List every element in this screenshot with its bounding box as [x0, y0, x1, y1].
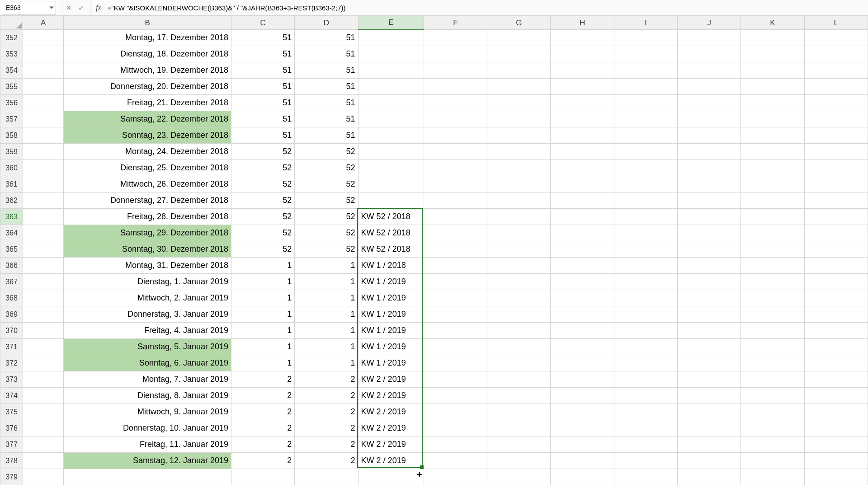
cell-J362[interactable]	[678, 192, 741, 209]
cell-I373[interactable]	[614, 371, 677, 388]
cell-J360[interactable]	[678, 160, 741, 176]
chevron-down-icon[interactable]	[49, 7, 54, 9]
cell-A357[interactable]	[23, 111, 64, 127]
cell-L362[interactable]	[804, 192, 868, 209]
cell-I355[interactable]	[614, 79, 677, 95]
cell-I376[interactable]	[614, 420, 677, 436]
cell-C362[interactable]: 52	[231, 192, 295, 209]
row-header[interactable]: 362	[0, 192, 23, 209]
cell-C357[interactable]: 51	[231, 111, 295, 127]
cell-B374[interactable]: Dienstag, 8. Januar 2019	[64, 388, 231, 404]
row-header[interactable]: 376	[0, 420, 23, 436]
cell-E364[interactable]: KW 52 / 2018	[358, 225, 424, 241]
cell-F355[interactable]	[424, 79, 487, 95]
cell-F372[interactable]	[424, 355, 487, 371]
row-header[interactable]: 353	[0, 46, 23, 62]
cell-D370[interactable]: 1	[295, 323, 358, 339]
cell-C379[interactable]	[231, 469, 295, 485]
cell-G368[interactable]	[487, 290, 551, 306]
cell-C356[interactable]: 51	[231, 95, 295, 111]
cell-L369[interactable]	[804, 306, 868, 323]
cell-I356[interactable]	[614, 95, 677, 111]
row-header[interactable]: 374	[0, 388, 23, 404]
cell-L355[interactable]	[804, 79, 868, 95]
cell-J377[interactable]	[678, 436, 741, 453]
row-header[interactable]: 352	[0, 30, 23, 46]
row-header[interactable]: 371	[0, 339, 23, 355]
cell-F361[interactable]	[424, 176, 487, 192]
cell-L374[interactable]	[804, 388, 868, 404]
cell-F371[interactable]	[424, 339, 487, 355]
cell-D363[interactable]: 52	[295, 209, 358, 225]
cell-L373[interactable]	[804, 371, 868, 388]
column-header-L[interactable]: L	[804, 16, 868, 30]
cell-H369[interactable]	[551, 306, 614, 323]
cell-E378[interactable]: KW 2 / 2019	[358, 453, 424, 469]
cell-B363[interactable]: Freitag, 28. Dezember 2018	[64, 209, 231, 225]
cell-I363[interactable]	[614, 209, 677, 225]
cell-C375[interactable]: 2	[231, 404, 295, 420]
cell-A360[interactable]	[23, 160, 64, 176]
cell-F367[interactable]	[424, 274, 487, 290]
cell-K360[interactable]	[741, 160, 804, 176]
cell-C352[interactable]: 51	[231, 30, 295, 46]
cell-H352[interactable]	[551, 30, 614, 46]
cell-C366[interactable]: 1	[231, 258, 295, 274]
cell-D379[interactable]	[295, 469, 358, 485]
cell-B359[interactable]: Montag, 24. Dezember 2018	[64, 144, 231, 160]
cell-D364[interactable]: 52	[295, 225, 358, 241]
cell-G352[interactable]	[487, 30, 551, 46]
cell-L370[interactable]	[804, 323, 868, 339]
column-header-K[interactable]: K	[741, 16, 804, 30]
cell-D376[interactable]: 2	[295, 420, 358, 436]
cell-I366[interactable]	[614, 258, 677, 274]
cell-B364[interactable]: Samstag, 29. Dezember 2018	[64, 225, 231, 241]
cell-E374[interactable]: KW 2 / 2019	[358, 388, 424, 404]
cell-L368[interactable]	[804, 290, 868, 306]
cell-H358[interactable]	[551, 127, 614, 144]
row-header[interactable]: 375	[0, 404, 23, 420]
cell-K378[interactable]	[741, 453, 804, 469]
cell-A378[interactable]	[23, 453, 64, 469]
cell-B356[interactable]: Freitag, 21. Dezember 2018	[64, 95, 231, 111]
cell-K355[interactable]	[741, 79, 804, 95]
cell-B369[interactable]: Donnerstag, 3. Januar 2019	[64, 306, 231, 323]
cell-G379[interactable]	[487, 469, 551, 485]
cell-B376[interactable]: Donnerstag, 10. Januar 2019	[64, 420, 231, 436]
cell-J357[interactable]	[678, 111, 741, 127]
cell-I358[interactable]	[614, 127, 677, 144]
cell-G356[interactable]	[487, 95, 551, 111]
cell-I353[interactable]	[614, 46, 677, 62]
cell-G378[interactable]	[487, 453, 551, 469]
cell-H375[interactable]	[551, 404, 614, 420]
cell-H359[interactable]	[551, 144, 614, 160]
cell-C372[interactable]: 1	[231, 355, 295, 371]
cell-D368[interactable]: 1	[295, 290, 358, 306]
row-header[interactable]: 373	[0, 371, 23, 388]
cell-H378[interactable]	[551, 453, 614, 469]
cell-J368[interactable]	[678, 290, 741, 306]
cell-C367[interactable]: 1	[231, 274, 295, 290]
cell-B365[interactable]: Sonntag, 30. Dezember 2018	[64, 241, 231, 258]
cell-E370[interactable]: KW 1 / 2019	[358, 323, 424, 339]
cell-H377[interactable]	[551, 436, 614, 453]
cell-E362[interactable]	[358, 192, 424, 209]
cell-E356[interactable]	[358, 95, 424, 111]
cell-K372[interactable]	[741, 355, 804, 371]
cell-L375[interactable]	[804, 404, 868, 420]
row-header[interactable]: 370	[0, 323, 23, 339]
cell-F369[interactable]	[424, 306, 487, 323]
cell-B367[interactable]: Dienstag, 1. Januar 2019	[64, 274, 231, 290]
cell-C354[interactable]: 51	[231, 62, 295, 79]
row-header[interactable]: 369	[0, 306, 23, 323]
cell-J375[interactable]	[678, 404, 741, 420]
cell-H365[interactable]	[551, 241, 614, 258]
spreadsheet-grid[interactable]: ABCDEFGHIJKL 352Montag, 17. Dezember 201…	[0, 16, 868, 488]
cell-I357[interactable]	[614, 111, 677, 127]
cell-A369[interactable]	[23, 306, 64, 323]
cell-E373[interactable]: KW 2 / 2019	[358, 371, 424, 388]
cell-C371[interactable]: 1	[231, 339, 295, 355]
cell-C359[interactable]: 52	[231, 144, 295, 160]
cell-J367[interactable]	[678, 274, 741, 290]
cell-K375[interactable]	[741, 404, 804, 420]
